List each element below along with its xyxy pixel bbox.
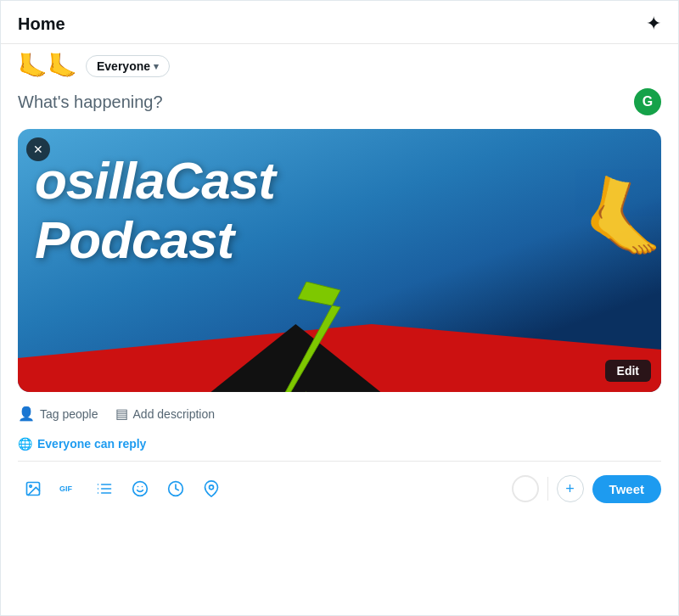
emoji-icon-button[interactable] bbox=[125, 473, 155, 504]
reply-restriction-button[interactable]: 🌐 Everyone can reply bbox=[18, 430, 661, 462]
toolbar: GIF bbox=[1, 465, 678, 512]
header: Home ✦ bbox=[1, 1, 678, 44]
audience-label: Everyone bbox=[97, 59, 150, 73]
char-counter bbox=[512, 475, 539, 502]
add-description-button[interactable]: ▤ Add description bbox=[115, 406, 216, 422]
placeholder-row: What's happening? G bbox=[18, 85, 661, 126]
svg-point-14 bbox=[210, 485, 214, 490]
tweet-button[interactable]: Tweet bbox=[592, 475, 661, 503]
list-icon-button[interactable] bbox=[89, 473, 120, 504]
compose-top: 🦶🦶 Everyone ▾ bbox=[18, 54, 661, 78]
svg-point-2 bbox=[30, 485, 32, 488]
chevron-down-icon: ▾ bbox=[154, 61, 159, 72]
podcast-title-top: osillaCast bbox=[35, 154, 275, 207]
svg-text:GIF: GIF bbox=[59, 484, 73, 493]
globe-icon: 🌐 bbox=[18, 437, 32, 451]
toolbar-left: GIF bbox=[18, 473, 227, 504]
svg-point-10 bbox=[133, 482, 148, 496]
foot-emoji-right: 🦶 bbox=[576, 171, 661, 270]
podcast-image: osillaCast Podcast 🦶 bbox=[18, 129, 661, 392]
app-container: Home ✦ 🦶🦶 Everyone ▾ What's happening? G… bbox=[0, 0, 679, 616]
add-tweet-button[interactable]: + bbox=[557, 475, 584, 502]
image-icon-button[interactable] bbox=[18, 473, 48, 504]
schedule-icon-button[interactable] bbox=[160, 473, 191, 504]
close-image-button[interactable]: ✕ bbox=[26, 137, 50, 161]
avatar: 🦶🦶 bbox=[18, 54, 77, 78]
tag-people-icon: 👤 bbox=[18, 406, 35, 422]
toolbar-right: + Tweet bbox=[512, 475, 661, 503]
tag-people-button[interactable]: 👤 Tag people bbox=[18, 406, 98, 422]
podcast-title-bottom: Podcast bbox=[35, 214, 233, 266]
image-preview: osillaCast Podcast 🦶 ✕ Edit bbox=[18, 129, 661, 392]
audience-button[interactable]: Everyone ▾ bbox=[86, 55, 170, 77]
compose-placeholder[interactable]: What's happening? bbox=[18, 92, 163, 112]
compose-area: 🦶🦶 Everyone ▾ What's happening? G osilla… bbox=[1, 44, 678, 462]
image-actions: 👤 Tag people ▤ Add description bbox=[18, 400, 661, 430]
gif-icon-button[interactable]: GIF bbox=[53, 473, 84, 504]
tag-people-label: Tag people bbox=[40, 407, 98, 421]
add-description-label: Add description bbox=[133, 407, 216, 421]
edit-image-button[interactable]: Edit bbox=[605, 360, 651, 382]
location-icon-button[interactable] bbox=[196, 473, 227, 504]
description-icon: ▤ bbox=[115, 406, 128, 422]
toolbar-divider bbox=[547, 477, 548, 501]
reply-restriction-label: Everyone can reply bbox=[37, 437, 146, 451]
page-title: Home bbox=[18, 14, 65, 34]
grammarly-icon: G bbox=[634, 88, 661, 115]
sparkle-icon[interactable]: ✦ bbox=[646, 13, 661, 35]
